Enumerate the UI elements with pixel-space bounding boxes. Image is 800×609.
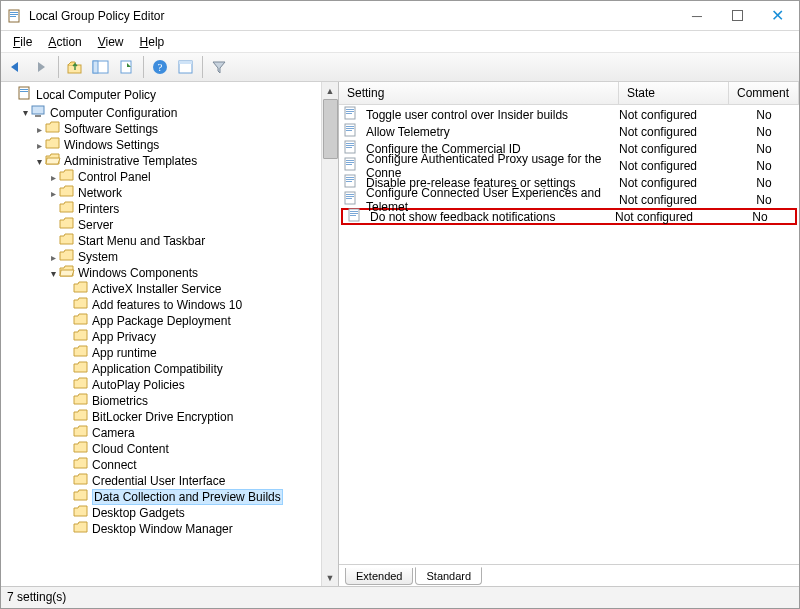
tree-wc-gadgets[interactable]: Desktop Gadgets [5,505,321,521]
tree-wc-appprivacy[interactable]: App Privacy [5,329,321,345]
title-bar: Local Group Policy Editor ─ ✕ [1,1,799,31]
tree-computer-config[interactable]: Computer Configuration [5,104,321,121]
menu-action[interactable]: Action [40,33,89,51]
tree-wc-autoplay[interactable]: AutoPlay Policies [5,377,321,393]
policy-tree[interactable]: Local Computer Policy Computer Configura… [1,82,321,586]
caret-expanded-icon[interactable] [33,156,45,167]
tree-pane: Local Computer Policy Computer Configura… [1,82,339,586]
svg-rect-44 [350,213,358,214]
caret-collapsed-icon[interactable] [47,188,59,199]
svg-rect-4 [732,11,742,21]
tree-wc-dwm[interactable]: Desktop Window Manager [5,521,321,537]
setting-row[interactable]: Configure Authenticated Proxy usage for … [339,157,799,174]
svg-rect-32 [346,162,354,163]
folder-icon [73,425,89,441]
setting-row[interactable]: Allow TelemetryNot configuredNo [339,123,799,140]
tree-network[interactable]: Network [5,185,321,201]
svg-rect-25 [346,130,352,131]
filter-button[interactable] [207,55,231,79]
tree-label: Biometrics [92,394,148,408]
caret-collapsed-icon[interactable] [33,140,45,151]
setting-state: Not configured [619,176,729,190]
tree-label: System [78,250,118,264]
tree-wc-connect[interactable]: Connect [5,457,321,473]
folder-icon [45,121,61,137]
setting-row[interactable]: Do not show feedback notificationsNot co… [341,208,797,225]
tree-label: Windows Settings [64,138,159,152]
tree-wc-cloud[interactable]: Cloud Content [5,441,321,457]
tree-start-menu[interactable]: Start Menu and Taskbar [5,233,321,249]
show-hide-tree-button[interactable] [89,55,113,79]
tree-label: Server [78,218,113,232]
settings-list[interactable]: Toggle user control over Insider buildsN… [339,105,799,564]
tab-extended[interactable]: Extended [345,568,413,585]
tree-label: Administrative Templates [64,154,197,168]
tree-wc-activex[interactable]: ActiveX Installer Service [5,281,321,297]
folder-icon [73,281,89,297]
export-list-button[interactable] [115,55,139,79]
setting-comment: No [729,108,799,122]
folder-open-icon [59,265,75,281]
svg-rect-20 [346,111,354,112]
menu-help[interactable]: Help [132,33,173,51]
caret-collapsed-icon[interactable] [33,124,45,135]
tree-wc-biometrics[interactable]: Biometrics [5,393,321,409]
tree-windows-components[interactable]: Windows Components [5,265,321,281]
properties-icon[interactable] [174,55,198,79]
scroll-up-icon[interactable]: ▲ [323,82,338,99]
separator [143,56,144,78]
tree-wc-appcompat[interactable]: Application Compatibility [5,361,321,377]
scroll-thumb[interactable] [323,99,338,159]
setting-row[interactable]: Configure Connected User Experiences and… [339,191,799,208]
close-button[interactable]: ✕ [757,2,797,30]
tree-scrollbar[interactable]: ▲ ▼ [321,82,338,586]
tree-system[interactable]: System [5,249,321,265]
menu-file[interactable]: File [5,33,40,51]
tree-server[interactable]: Server [5,217,321,233]
caret-collapsed-icon[interactable] [47,172,59,183]
folder-icon [73,489,89,505]
tree-label: Computer Configuration [50,106,177,120]
tree-label: Software Settings [64,122,158,136]
maximize-button[interactable] [717,2,757,30]
tree-wc-apppackage[interactable]: App Package Deployment [5,313,321,329]
menu-view[interactable]: View [90,33,132,51]
tree-wc-datacoll[interactable]: Data Collection and Preview Builds [5,489,321,505]
tree-software-settings[interactable]: Software Settings [5,121,321,137]
up-folder-button[interactable] [63,55,87,79]
caret-expanded-icon[interactable] [19,107,31,118]
back-button[interactable] [4,55,28,79]
tree-wc-addfeatures[interactable]: Add features to Windows 10 [5,297,321,313]
tree-wc-camera[interactable]: Camera [5,425,321,441]
tree-wc-appruntime[interactable]: App runtime [5,345,321,361]
tree-label: Desktop Gadgets [92,506,185,520]
tree-label: Connect [92,458,137,472]
tree-label: Desktop Window Manager [92,522,233,536]
folder-icon [59,201,75,217]
caret-expanded-icon[interactable] [47,268,59,279]
tree-root[interactable]: Local Computer Policy [5,85,321,104]
svg-rect-3 [10,16,16,17]
tree-wc-bitlocker[interactable]: BitLocker Drive Encryption [5,409,321,425]
tree-wc-credui[interactable]: Credential User Interface [5,473,321,489]
caret-collapsed-icon[interactable] [47,252,59,263]
column-setting[interactable]: Setting [339,82,619,104]
scroll-down-icon[interactable]: ▼ [323,569,338,586]
folder-icon [73,377,89,393]
tree-control-panel[interactable]: Control Panel [5,169,321,185]
tab-standard[interactable]: Standard [415,567,482,585]
tree-windows-settings[interactable]: Windows Settings [5,137,321,153]
setting-row[interactable]: Toggle user control over Insider buildsN… [339,106,799,123]
tree-printers[interactable]: Printers [5,201,321,217]
menu-bar: File Action View Help [1,31,799,52]
column-comment[interactable]: Comment [729,82,799,104]
help-button[interactable]: ? [148,55,172,79]
forward-button[interactable] [30,55,54,79]
tree-admin-templates[interactable]: Administrative Templates [5,153,321,169]
computer-icon [31,104,47,121]
toolbar: ? [1,52,799,82]
minimize-button[interactable]: ─ [677,2,717,30]
svg-rect-16 [32,106,44,114]
setting-state: Not configured [619,193,729,207]
column-state[interactable]: State [619,82,729,104]
